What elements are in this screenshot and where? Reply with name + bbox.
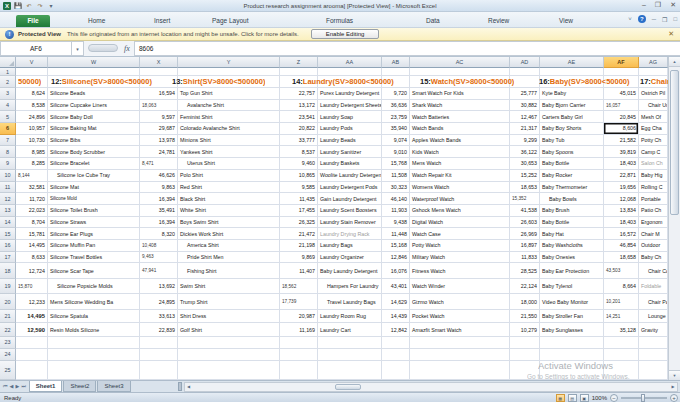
cell[interactable] <box>140 361 178 380</box>
cell[interactable]: Laundry Bags <box>318 240 382 252</box>
row-header-13[interactable]: 13 <box>0 205 16 217</box>
cell[interactable]: Silicone Bibs <box>48 135 140 147</box>
cell[interactable]: Silicone Mat <box>48 182 140 194</box>
cell[interactable]: Silicone Spatula <box>48 310 140 324</box>
tab-insert[interactable]: Insert <box>150 15 174 27</box>
row-header-24[interactable]: 24 <box>0 349 16 361</box>
name-box-caret-icon[interactable]: ▾ <box>72 41 84 56</box>
formula-input[interactable]: 8606 <box>134 41 680 56</box>
cell[interactable]: 12,724 <box>16 263 48 279</box>
cell[interactable]: Silicone Travel Bottles <box>48 252 140 264</box>
row-header-1[interactable]: 1 <box>0 68 16 76</box>
cell[interactable]: Watch Repair Kit <box>410 170 510 182</box>
sheet-tab-sheet3[interactable]: Sheet3 <box>97 381 130 392</box>
cell[interactable]: 8,144 <box>16 170 48 182</box>
cell[interactable]: 8,538 <box>16 100 48 112</box>
cell[interactable]: 12,842 <box>382 323 410 337</box>
cell[interactable] <box>318 337 382 349</box>
cell[interactable]: Baby Boy Shorts <box>540 123 604 135</box>
cell[interactable] <box>410 361 510 380</box>
cell[interactable]: Egg Cha <box>639 123 668 135</box>
col-header-AB[interactable]: AB <box>382 57 410 68</box>
cell[interactable]: 15,252 <box>510 170 540 182</box>
cell[interactable]: Yankees Shirt <box>178 146 280 158</box>
cell[interactable]: Baby Bottle <box>540 158 604 170</box>
cell[interactable]: 16,076 <box>382 263 410 279</box>
cell[interactable]: Amazfit Smart Watch <box>410 323 510 337</box>
row-header-22[interactable]: 22 <box>0 323 16 337</box>
cell[interactable] <box>48 361 140 380</box>
cell[interactable]: 23,541 <box>280 111 318 123</box>
cell[interactable]: Colorado Avalanche Shirt <box>178 123 280 135</box>
cell[interactable]: 14,495 <box>16 310 48 324</box>
cell[interactable]: Smart Watch For Kids <box>410 88 510 100</box>
tab-next-icon[interactable]: ▶ <box>15 383 19 390</box>
cell[interactable]: 18,000 <box>510 294 540 310</box>
scroll-left-icon[interactable]: ◀ <box>185 384 193 389</box>
cell[interactable]: Chair Co <box>639 263 668 279</box>
cell[interactable]: 43,401 <box>382 279 410 295</box>
cell[interactable]: 10,408 <box>140 240 178 252</box>
row-header-19[interactable]: 19 <box>0 279 16 295</box>
cell[interactable]: 12,233 <box>16 294 48 310</box>
cell[interactable]: Baby Bowls <box>540 193 604 205</box>
scroll-down-icon[interactable]: ▼ <box>669 370 680 380</box>
cell[interactable]: 36,636 <box>382 100 410 112</box>
cell[interactable]: Travel Laundry Bags <box>318 294 382 310</box>
col-header-X[interactable]: X <box>140 57 178 68</box>
cell[interactable]: 43,503 <box>604 263 639 279</box>
cell[interactable]: Laundry Beads <box>318 135 382 147</box>
cell[interactable] <box>280 68 318 76</box>
row-header-6[interactable]: 6 <box>0 123 16 135</box>
cell[interactable] <box>382 68 410 76</box>
cell[interactable]: 8,320 <box>140 228 178 240</box>
cell[interactable]: Chair M <box>639 228 668 240</box>
cell[interactable]: 30,323 <box>382 182 410 194</box>
cell[interactable]: 12,846 <box>382 252 410 264</box>
cell[interactable]: 18,658 <box>604 252 639 264</box>
cell[interactable]: 13,978 <box>140 135 178 147</box>
cell[interactable]: 8,285 <box>16 158 48 170</box>
row-header-3[interactable]: 3 <box>0 88 16 100</box>
cell[interactable]: Ergonom <box>639 217 668 229</box>
cell[interactable]: Silicone Baking Mat <box>48 123 140 135</box>
cell[interactable]: Silicone Popsicle Molds <box>48 279 140 295</box>
cell[interactable] <box>16 361 48 380</box>
cell[interactable]: Baby Stroller Fan <box>540 310 604 324</box>
row-header-7[interactable]: 7 <box>0 135 16 147</box>
cell[interactable]: Laundry Scent Boosters <box>318 205 382 217</box>
cell[interactable]: 16,394 <box>140 193 178 205</box>
cell[interactable] <box>178 337 280 349</box>
row-header-10[interactable]: 10 <box>0 170 16 182</box>
cell[interactable]: 32,581 <box>16 182 48 194</box>
workbook-restore-icon[interactable]: ❐ <box>662 16 667 23</box>
cell[interactable]: 14,439 <box>382 310 410 324</box>
cell[interactable]: Avalanche Shirt <box>178 100 280 112</box>
cell[interactable]: 39,819 <box>604 146 639 158</box>
cell[interactable]: Silicone Ear Plugs <box>48 228 140 240</box>
cell[interactable]: 24,781 <box>140 146 178 158</box>
cell[interactable] <box>140 349 178 361</box>
cell[interactable]: Silicone Scar Tape <box>48 263 140 279</box>
cell[interactable]: America Shirt <box>178 240 280 252</box>
cell[interactable]: 15,870 <box>16 279 48 295</box>
cell[interactable]: Watch Winder <box>410 279 510 295</box>
cell[interactable]: 9,597 <box>140 111 178 123</box>
cell[interactable] <box>382 349 410 361</box>
cell[interactable]: Laundry Drying Rack <box>318 228 382 240</box>
tab-splitter-handle[interactable] <box>178 382 182 391</box>
cell[interactable] <box>280 337 318 349</box>
cell[interactable]: 46,140 <box>382 193 410 205</box>
cell[interactable]: 47,941 <box>140 263 178 279</box>
cell[interactable]: Laundry Baskets <box>318 158 382 170</box>
tab-file[interactable]: File <box>16 15 50 27</box>
protected-view-close-icon[interactable]: ✕ <box>668 30 674 38</box>
cell[interactable] <box>178 68 280 76</box>
cell[interactable]: 20,845 <box>604 111 639 123</box>
cell[interactable]: Silicone Toilet Brush <box>48 205 140 217</box>
cell[interactable]: 30,882 <box>510 100 540 112</box>
row-header-15[interactable]: 15 <box>0 228 16 240</box>
cell[interactable]: 15,781 <box>16 228 48 240</box>
cell[interactable]: Minions Shirt <box>178 135 280 147</box>
zoom-out-icon[interactable]: − <box>610 394 618 402</box>
